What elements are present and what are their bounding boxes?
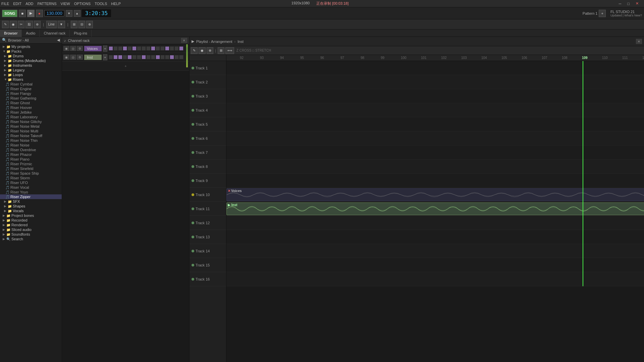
line-dropdown[interactable]: ▼ <box>58 21 65 28</box>
file-riser-jetbike[interactable]: 🎵 Riser Jetbike <box>0 110 62 115</box>
folder-legacy[interactable]: ▶ 📁 Legacy <box>0 68 62 72</box>
file-riser-noise-metal[interactable]: 🎵 Riser Noise Metal <box>0 124 62 129</box>
song-button[interactable]: SONG <box>2 10 17 17</box>
pad-v9[interactable] <box>146 46 151 51</box>
folder-soundfonts[interactable]: ▶ 📁 Soundfonts <box>0 232 62 237</box>
voices-mute[interactable]: ◉ <box>63 46 69 51</box>
file-riser-laboratory[interactable]: 🎵 Riser Laboratory <box>0 115 62 119</box>
folder-project-bones[interactable]: ▶ 📁 Project bones <box>0 213 62 218</box>
tab-browser[interactable]: Browser <box>0 29 22 37</box>
tab-plugin[interactable]: Plug-ins <box>70 29 92 37</box>
folder-instruments[interactable]: ▶ 📁 Instruments <box>0 63 62 68</box>
pl-select[interactable]: ◉ <box>199 47 206 54</box>
pad-i15[interactable] <box>174 55 179 59</box>
play-button[interactable]: ▶ <box>27 10 35 17</box>
file-riser-noise[interactable]: 🎵 Riser Noise <box>0 143 62 147</box>
file-riser-engine[interactable]: 🎵 Riser Engine <box>0 86 62 91</box>
inst-mute[interactable]: ◉ <box>63 55 69 60</box>
pad-i1[interactable] <box>109 55 113 59</box>
tool-select[interactable]: ◉ <box>10 21 17 28</box>
pl-pencil[interactable]: ✎ <box>191 47 198 54</box>
add-channel-btn[interactable]: + <box>62 62 189 70</box>
pad-i4[interactable] <box>123 55 127 59</box>
folder-recorded[interactable]: ▶ 📁 Recorded <box>0 218 62 223</box>
voices-name-btn[interactable]: Voices <box>84 46 102 51</box>
folder-drums-mode[interactable]: ▶ 📁 Drums (ModeAudio) <box>0 58 62 63</box>
file-riser-phazor[interactable]: 🎵 Riser Phazor <box>0 152 62 157</box>
file-riser-space-ship[interactable]: 🎵 Riser Space Ship <box>0 171 62 176</box>
pad-v12[interactable] <box>160 46 165 51</box>
pad-v10[interactable] <box>151 46 155 51</box>
inst-name-btn[interactable]: Inst <box>84 55 102 60</box>
pad-i9[interactable] <box>146 55 151 59</box>
pad-i5[interactable] <box>127 55 132 59</box>
file-riser-gathering[interactable]: 🎵 Riser Gathering <box>0 96 62 101</box>
playhead-line[interactable] <box>583 61 583 286</box>
pad-v11[interactable] <box>156 46 160 51</box>
pad-i12[interactable] <box>160 55 165 59</box>
file-riser-ufo[interactable]: 🎵 Riser UFO <box>0 180 62 185</box>
line-selector[interactable]: Line <box>46 21 57 28</box>
tool-mute[interactable]: ⊕ <box>34 21 41 28</box>
tool-cut[interactable]: ✂ <box>18 21 24 28</box>
snap2-btn[interactable]: ⊟ <box>78 21 85 28</box>
pad-i8[interactable] <box>142 55 146 59</box>
tab-audio[interactable]: Audio <box>22 29 40 37</box>
pad-v14[interactable] <box>170 46 174 51</box>
inst-clip[interactable]: ▶ Inst <box>226 202 644 215</box>
folder-shapes[interactable]: ▶ 📁 Shapes <box>0 204 62 208</box>
menu-file[interactable]: FILE <box>1 2 9 6</box>
pad-v16[interactable] <box>179 46 183 51</box>
file-riser-yoyo[interactable]: 🎵 Riser Yoyo <box>0 190 62 194</box>
minimize-btn[interactable]: ─ <box>619 2 622 6</box>
file-riser-vocal[interactable]: 🎵 Riser Vocal <box>0 185 62 190</box>
pad-v8[interactable] <box>142 46 146 51</box>
file-riser-noise-glitchy[interactable]: 🎵 Riser Noise Glitchy <box>0 119 62 124</box>
pad-i11[interactable] <box>156 55 160 59</box>
inst-add[interactable]: + <box>103 54 107 60</box>
pl-zoom[interactable]: ⊕ <box>207 47 213 54</box>
file-riser-sinefeld[interactable]: 🎵 Riser Sinefeld <box>0 166 62 171</box>
tool-link[interactable]: ⛓ <box>25 21 33 28</box>
file-riser-zipper[interactable]: 🎵 Riser Zipper <box>0 194 62 199</box>
zoom-btn[interactable]: ⊕ <box>86 21 93 28</box>
inst-solo[interactable]: ◎ <box>70 55 76 60</box>
record-button[interactable]: ● <box>36 10 43 17</box>
pad-v13[interactable] <box>165 46 169 51</box>
close-btn[interactable]: ✕ <box>636 1 639 6</box>
menu-patterns[interactable]: PATTERNS <box>38 2 57 6</box>
file-riser-noise-multi[interactable]: 🎵 Riser Noise Multi <box>0 129 62 133</box>
browser-collapse[interactable]: ◀ <box>57 38 60 42</box>
maximize-btn[interactable]: □ <box>627 2 630 6</box>
pl-stretch[interactable]: ⟺ <box>225 47 234 54</box>
pad-i3[interactable] <box>118 55 122 59</box>
file-riser-storm[interactable]: 🎵 Riser Storm <box>0 176 62 180</box>
pad-i2[interactable] <box>113 55 118 59</box>
pattern-add[interactable]: + <box>599 10 605 17</box>
folder-sfx[interactable]: ▶ 📁 SFX <box>0 199 62 204</box>
pad-v15[interactable] <box>174 46 179 51</box>
folder-vocals[interactable]: ▶ 📁 Vocals <box>0 208 62 213</box>
file-riser-ghost[interactable]: 🎵 Riser Ghost <box>0 101 62 105</box>
pad-i6[interactable] <box>132 55 137 59</box>
pad-v7[interactable] <box>137 46 141 51</box>
menu-add[interactable]: ADD <box>25 2 33 6</box>
file-riser-overdrive[interactable]: 🎵 Riser Overdrive <box>0 147 62 152</box>
menu-help[interactable]: HELP <box>111 2 121 6</box>
pad-v4[interactable] <box>123 46 127 51</box>
bpm-up[interactable]: ▲ <box>74 10 80 17</box>
playlist-close[interactable]: ✕ <box>636 39 642 44</box>
bpm-down[interactable]: ▼ <box>66 10 72 17</box>
pad-v1[interactable] <box>109 46 113 51</box>
pl-snap[interactable]: ⊞ <box>218 47 224 54</box>
menu-view[interactable]: VIEW <box>61 2 70 6</box>
channel-rack-close[interactable]: ✕ <box>181 38 187 43</box>
folder-my-projects[interactable]: ▶ 📁 My projects <box>0 44 62 49</box>
pad-i13[interactable] <box>165 55 169 59</box>
folder-risers[interactable]: ▼ 📁 Risers <box>0 77 62 82</box>
stop-button[interactable]: ■ <box>19 10 26 17</box>
pad-v3[interactable] <box>118 46 122 51</box>
file-riser-flangy[interactable]: 🎵 Riser Flangy <box>0 91 62 96</box>
voices-add[interactable]: + <box>103 46 107 52</box>
pad-i10[interactable] <box>151 55 155 59</box>
